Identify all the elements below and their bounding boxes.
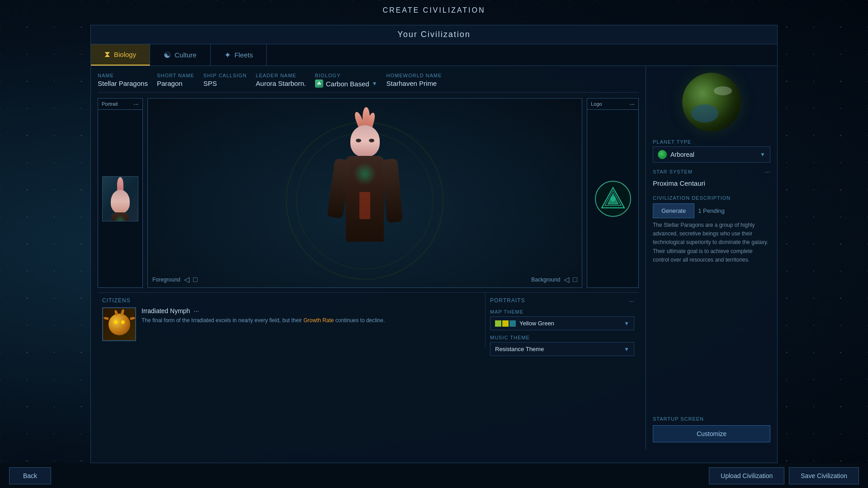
field-leader-name: Leader Name Aurora Starborn. — [256, 73, 306, 88]
startup-screen-section: Startup Screen Customize — [653, 414, 770, 442]
save-button[interactable]: Save Civilization — [789, 467, 859, 484]
logo-svg — [599, 185, 627, 212]
planet-type-value-group: Arboreal — [658, 150, 694, 159]
back-button[interactable]: Back — [9, 467, 51, 484]
logo-image[interactable] — [587, 110, 638, 287]
star-system-label: Star System — [653, 169, 693, 174]
tab-bar: ⧗ Biology ☯ Culture ✦ Fleets — [91, 44, 777, 66]
citizen-portrait[interactable] — [102, 307, 136, 341]
short-name-value[interactable]: Paragon — [157, 80, 194, 87]
citizen-desc-plain: The final form of the Irradiated excels … — [142, 317, 303, 324]
foreground-next-btn[interactable]: □ — [193, 276, 198, 284]
music-theme-value: Resistance Theme — [495, 346, 544, 352]
biology-dropdown-arrow: ▼ — [372, 80, 377, 87]
character-figure — [315, 107, 415, 279]
citizen-menu-btn[interactable]: ··· — [193, 307, 199, 314]
char-body — [346, 156, 384, 242]
planet-type-field: Planet Type Arboreal ▼ — [653, 139, 770, 163]
field-name: Name Stellar Paragons — [98, 73, 148, 88]
biology-value: Carbon Based — [326, 80, 369, 88]
pending-badge: 1 Pending — [698, 207, 725, 214]
background-next-btn[interactable]: □ — [573, 276, 577, 284]
field-ship-callsign: Ship Callsign SPS — [203, 73, 247, 88]
short-name-label: Short Name — [157, 73, 194, 78]
map-theme-value-group: Yellow Green — [495, 320, 554, 327]
char-head — [350, 125, 380, 157]
portraits-header: Portraits ··· — [490, 297, 634, 305]
planet-type-dropdown[interactable]: Arboreal ▼ — [653, 146, 770, 163]
biology-icon-badge: ☘ — [315, 80, 323, 88]
field-homeworld: Homeworld Name Starhaven Prime — [387, 73, 442, 88]
main-character-view: Foreground ◁ □ Background ◁ □ — [147, 98, 582, 288]
portrait-placeholder — [102, 176, 138, 221]
citizen-desc-end: continues to decline. — [334, 317, 385, 324]
panel-title: Your Civilization — [397, 30, 470, 39]
desc-buttons-row: Generate 1 Pending — [653, 203, 770, 218]
foreground-prev-btn[interactable]: ◁ — [184, 275, 189, 284]
creature-visual — [106, 311, 133, 338]
fields-row: Name Stellar Paragons Short Name Paragon… — [98, 73, 639, 93]
music-theme-dropdown[interactable]: Resistance Theme ▼ — [490, 342, 634, 356]
map-theme-value: Yellow Green — [519, 320, 554, 327]
portrait-image[interactable] — [98, 110, 142, 287]
customize-btn[interactable]: Customize — [653, 425, 770, 442]
content-area: Name Stellar Paragons Short Name Paragon… — [91, 66, 777, 449]
ship-callsign-label: Ship Callsign — [203, 73, 247, 78]
tab-biology-label: Biology — [114, 51, 136, 58]
planet-preview — [653, 73, 770, 131]
background-controls: Background ◁ □ — [531, 275, 577, 284]
tab-fleets[interactable]: ✦ Fleets — [211, 44, 267, 66]
citizen-description: The final form of the Irradiated excels … — [142, 316, 481, 324]
portrait-box: Portrait ··· — [98, 98, 143, 288]
ship-callsign-value[interactable]: SPS — [203, 80, 247, 87]
generate-btn[interactable]: Generate — [653, 203, 694, 218]
window-title: Create Civilization — [382, 6, 485, 14]
bottom-right-buttons: Upload Civilization Save Civilization — [709, 467, 859, 484]
portraits-label: Portraits — [490, 297, 525, 305]
name-value[interactable]: Stellar Paragons — [98, 80, 148, 87]
citizen-name-row: Irradiated Nymph ··· — [142, 307, 481, 314]
map-theme-label: Map Theme — [490, 309, 634, 314]
star-system-menu-btn[interactable]: ··· — [765, 168, 770, 175]
homeworld-value[interactable]: Starhaven Prime — [387, 80, 442, 87]
themes-area: Portraits ··· Map Theme — [485, 293, 639, 347]
tab-culture[interactable]: ☯ Culture — [150, 44, 210, 66]
logo-menu-btn[interactable]: ··· — [629, 100, 635, 108]
planet-type-icon — [658, 150, 667, 159]
culture-icon: ☯ — [164, 50, 171, 60]
portrait-header: Portrait ··· — [98, 99, 142, 110]
background-label: Background — [531, 277, 560, 283]
main-window: Your Civilization ⧗ Biology ☯ Culture ✦ … — [90, 25, 778, 463]
logo-box: Logo ··· — [587, 98, 639, 288]
fleets-icon: ✦ — [224, 50, 231, 60]
map-theme-dropdown[interactable]: Yellow Green ▼ — [490, 316, 634, 330]
planet-ocean — [691, 104, 718, 122]
star-system-value: Proxima Centauri — [653, 179, 705, 187]
tab-biology[interactable]: ⧗ Biology — [91, 44, 150, 66]
leader-name-label: Leader Name — [256, 73, 306, 78]
foreground-controls: Foreground ◁ □ — [152, 275, 198, 284]
biology-dropdown[interactable]: ☘ Carbon Based ▼ — [315, 80, 377, 88]
bottom-content: Citizens — [98, 292, 639, 347]
leader-name-value[interactable]: Aurora Starborn. — [256, 80, 306, 87]
background-prev-btn[interactable]: ◁ — [564, 275, 569, 284]
planet-sphere — [682, 73, 741, 131]
desc-text: The Stellar Paragons are a group of high… — [653, 221, 770, 264]
swatch-teal — [509, 320, 516, 327]
music-theme-item: Music Theme Resistance Theme ▼ — [490, 335, 634, 356]
name-label: Name — [98, 73, 148, 78]
map-theme-swatch — [495, 320, 516, 327]
portraits-menu-btn[interactable]: ··· — [629, 297, 634, 305]
display-area: Portrait ··· — [98, 98, 639, 288]
tab-culture-label: Culture — [175, 51, 196, 59]
swatch-green — [495, 320, 501, 327]
panel-title-bar: Your Civilization — [91, 25, 777, 44]
map-theme-arrow: ▼ — [624, 320, 629, 327]
citizens-header: Citizens — [102, 297, 481, 304]
logo-header: Logo ··· — [587, 99, 638, 110]
biology-field-label: Biology — [315, 73, 377, 78]
portrait-menu-btn[interactable]: ··· — [133, 100, 139, 108]
tab-fleets-label: Fleets — [235, 51, 253, 59]
foreground-label: Foreground — [152, 277, 180, 283]
upload-button[interactable]: Upload Civilization — [709, 467, 784, 484]
